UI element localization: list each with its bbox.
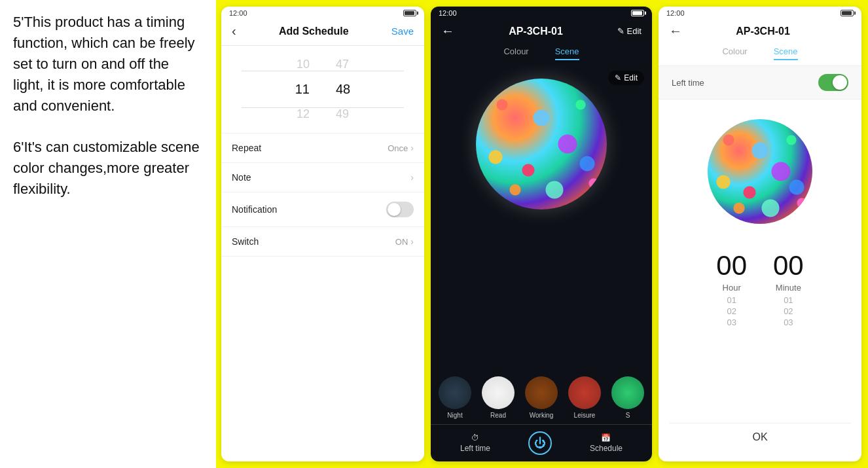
settings-switch[interactable]: Switch ON › [221, 227, 424, 257]
left-time-label: Left time [672, 78, 704, 88]
time-min-2: 49 [336, 107, 349, 121]
hour-sub-2: 03 [727, 317, 736, 327]
scene-thumbs: Night Read Working Leisure S [431, 371, 652, 424]
switch-text: ON [395, 237, 408, 247]
tab-scene-2[interactable]: Scene [555, 46, 579, 60]
status-time-1: 12:00 [229, 9, 247, 17]
minute-col: 00 Minute 01 02 03 [773, 250, 804, 327]
text-panel: 5'This product has a timing function, wh… [0, 0, 216, 468]
repeat-label: Repeat [232, 143, 261, 153]
tab-colour-2[interactable]: Colour [503, 46, 528, 60]
thumb-extra-label: S [626, 412, 630, 419]
switch-label: Switch [232, 236, 259, 247]
bottom-bar-2: ⏱ Left time ⏻ 📅 Schedule [431, 424, 652, 461]
thumb-extra-circle [611, 376, 644, 409]
thumb-leisure-circle [568, 376, 601, 409]
back-button-3[interactable]: ← [669, 24, 682, 39]
note-label: Note [232, 172, 251, 183]
back-button-1[interactable]: ‹ [232, 24, 236, 39]
time-display-area: 00 Hour 01 02 03 00 Minute 01 02 03 [659, 237, 861, 327]
phone3-header: ← AP-3CH-01 ✎ [659, 20, 861, 44]
bokeh-area-3 [659, 99, 861, 237]
picker-line-top [242, 71, 404, 71]
scene-extra[interactable]: S [611, 376, 644, 419]
edit-icon-small: ✎ [615, 73, 621, 82]
settings-note[interactable]: Note › [221, 163, 424, 192]
phone-scene-dark: 12:00 ← AP-3CH-01 ✎ Edit Colour Scene ✎ … [431, 7, 652, 461]
tab-bar-3: Colour Scene [659, 44, 861, 66]
left-time-section: Left time [659, 66, 861, 99]
settings-repeat[interactable]: Repeat Once › [221, 134, 424, 163]
time-picker[interactable]: 10 47 11 48 12 49 [221, 46, 424, 134]
ok-button[interactable]: OK [669, 423, 851, 451]
status-time-3: 12:00 [666, 9, 685, 17]
power-button[interactable]: ⏻ [528, 431, 552, 455]
phone1-header: ‹ Add Schedule Save [221, 20, 424, 46]
schedule-label: Schedule [590, 444, 623, 453]
hour-col: 00 Hour 01 02 03 [716, 250, 747, 327]
scene-working[interactable]: Working [525, 376, 558, 419]
time-row-0[interactable]: 10 47 [221, 52, 424, 77]
phone2-edit-icon[interactable]: ✎ Edit [617, 26, 642, 36]
repeat-text: Once [388, 143, 408, 153]
status-time-2: 12:00 [439, 9, 457, 17]
minute-display: 00 [773, 250, 804, 281]
phone3-edit-icon[interactable]: ✎ [844, 26, 851, 36]
thumb-working-circle [525, 376, 558, 409]
picker-line-bottom [242, 107, 404, 108]
note-chevron: › [410, 172, 414, 183]
phone2-device-title: AP-3CH-01 [509, 26, 563, 37]
repeat-chevron: › [410, 143, 414, 153]
thumb-read-label: Read [490, 412, 506, 419]
battery-icon-1 [403, 10, 416, 16]
hour-sub-0: 01 [727, 295, 736, 305]
minute-sub: 01 02 03 [784, 295, 793, 327]
minute-sub-2: 03 [784, 317, 793, 327]
hour-sub-1: 02 [727, 306, 736, 316]
bokeh-image [476, 79, 607, 209]
notification-toggle[interactable] [386, 202, 414, 217]
phone-add-schedule: 12:00 ‹ Add Schedule Save 10 47 11 48 12 [221, 7, 424, 461]
time-hour-2: 12 [297, 107, 310, 121]
phones-area: 12:00 ‹ Add Schedule Save 10 47 11 48 12 [216, 0, 868, 468]
lefttime-label: Left time [460, 444, 490, 453]
thumb-night-label: Night [447, 412, 462, 419]
notification-label: Notification [232, 204, 277, 215]
status-bar-3: 12:00 [659, 7, 861, 20]
settings-notification[interactable]: Notification [221, 192, 424, 227]
edit-button-overlay[interactable]: ✎ Edit [608, 71, 644, 85]
thumb-working-label: Working [530, 412, 554, 419]
switch-value: ON › [395, 236, 414, 247]
scene-leisure[interactable]: Leisure [568, 376, 601, 419]
scene-image-area: ✎ Edit [431, 65, 652, 371]
back-button-2[interactable]: ← [441, 24, 454, 39]
time-row-2[interactable]: 12 49 [221, 102, 424, 126]
description-text: 5'This product has a timing function, wh… [13, 12, 203, 200]
switch-chevron: › [410, 236, 414, 247]
tab-scene-3[interactable]: Scene [774, 46, 798, 60]
settings-list: Repeat Once › Note › Notification Switch [221, 134, 424, 461]
hour-display: 00 [716, 250, 747, 281]
phone2-header: ← AP-3CH-01 ✎ Edit [431, 20, 652, 44]
scene-night[interactable]: Night [439, 376, 471, 419]
time-hour-1: 11 [295, 82, 310, 97]
time-row-1[interactable]: 11 48 [221, 77, 424, 102]
thumb-night-circle [439, 376, 471, 409]
battery-icon-3 [841, 10, 854, 16]
time-hour-0: 10 [297, 58, 310, 71]
bottom-lefttime[interactable]: ⏱ Left time [460, 433, 490, 453]
time-min-1: 48 [336, 82, 350, 97]
phone-lefttime: 12:00 ← AP-3CH-01 ✎ Colour Scene Left ti… [659, 7, 861, 461]
phone1-title: Add Schedule [279, 26, 349, 37]
scene-read[interactable]: Read [482, 376, 515, 419]
save-button[interactable]: Save [391, 26, 414, 37]
tab-bar-2: Colour Scene [431, 44, 652, 65]
lefttime-icon: ⏱ [471, 433, 479, 442]
phone3-device-title: AP-3CH-01 [736, 26, 790, 37]
bokeh-image-3 [708, 119, 812, 224]
status-bar-1: 12:00 [221, 7, 424, 20]
tab-colour-3[interactable]: Colour [722, 46, 747, 60]
left-time-toggle[interactable] [818, 74, 848, 91]
bottom-schedule[interactable]: 📅 Schedule [590, 433, 623, 453]
hour-unit: Hour [723, 283, 741, 293]
